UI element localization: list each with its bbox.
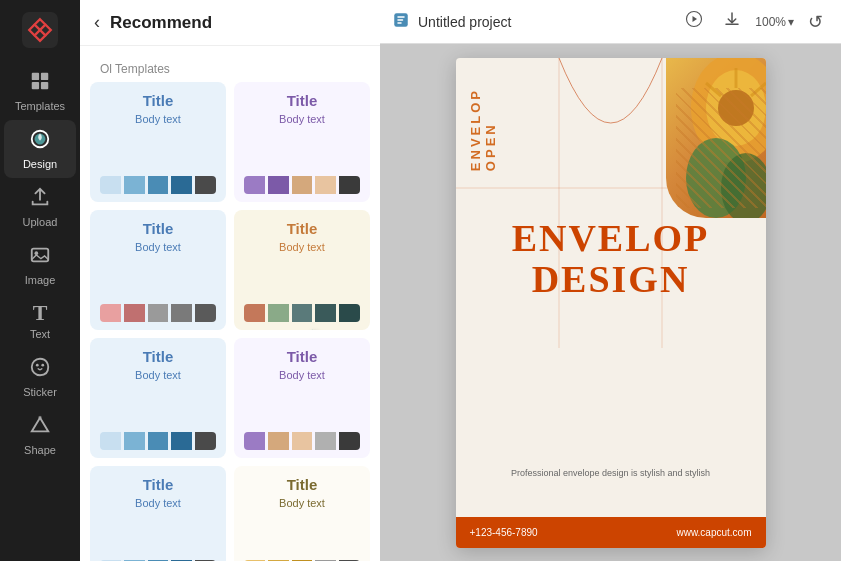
topbar-actions: 100% ▾ ↺ (679, 8, 829, 35)
card-2-title: Title (244, 92, 360, 109)
card-6-title: Title (244, 348, 360, 365)
preview-main-title: ENVELOP DESIGN (456, 218, 766, 302)
sidebar-item-text[interactable]: T Text (4, 294, 76, 348)
upload-icon (29, 186, 51, 212)
card-1-title: Title (100, 92, 216, 109)
svg-rect-2 (41, 73, 48, 80)
sidebar-item-upload[interactable]: Upload (4, 178, 76, 236)
download-button[interactable] (717, 8, 747, 35)
svg-point-30 (721, 153, 766, 218)
card-4-title: Title (244, 220, 360, 237)
template-card-7[interactable]: Title Body text (90, 466, 226, 561)
swatch (292, 432, 313, 450)
template-card-5[interactable]: Title Body text (90, 338, 226, 458)
back-button[interactable]: ‹ (92, 10, 102, 35)
swatch (100, 304, 121, 322)
text-icon: T (33, 302, 48, 324)
card-4-body: Body text (244, 241, 360, 253)
sidebar-image-label: Image (25, 274, 56, 286)
preview-bottom-bar: +123-456-7890 www.capcut.com (456, 517, 766, 548)
sidebar-upload-label: Upload (23, 216, 58, 228)
panel-grid-area: Ol Templates Title Body text Title Body … (80, 46, 380, 561)
template-card-2[interactable]: Title Body text (234, 82, 370, 202)
preview-subtitle-container: Professional envelope design is stylish … (456, 468, 766, 478)
swatch (244, 432, 265, 450)
swatch (124, 304, 145, 322)
sticker-icon (29, 356, 51, 382)
swatch (268, 432, 289, 450)
card-5-body: Body text (100, 369, 216, 381)
swatch (292, 304, 313, 322)
template-card-8[interactable]: Title Body text (234, 466, 370, 561)
sidebar-item-sticker[interactable]: Sticker (4, 348, 76, 406)
svg-point-10 (38, 416, 42, 420)
card-8-body: Body text (244, 497, 360, 509)
template-card-4[interactable]: Title Body text (234, 210, 370, 330)
swatch (148, 304, 169, 322)
svg-rect-3 (32, 82, 39, 89)
sidebar-shape-label: Shape (24, 444, 56, 456)
svg-rect-4 (41, 82, 48, 89)
svg-rect-6 (32, 249, 49, 262)
svg-rect-12 (397, 16, 405, 18)
sidebar-sticker-label: Sticker (23, 386, 57, 398)
panel-title: Recommend (110, 13, 212, 33)
svg-marker-16 (693, 16, 698, 22)
preview-title-line2: DESIGN (456, 259, 766, 301)
swatch (100, 176, 121, 194)
sidebar-item-shape[interactable]: Shape (4, 406, 76, 464)
play-button[interactable] (679, 8, 709, 35)
editor-canvas: Backg... Remove (380, 44, 841, 561)
card-1-body: Body text (100, 113, 216, 125)
template-card-3[interactable]: Title Body text (90, 210, 226, 330)
card-3-title: Title (100, 220, 216, 237)
sidebar-item-design[interactable]: Design (4, 120, 76, 178)
panel-header: ‹ Recommend (80, 0, 380, 46)
swatch (171, 432, 192, 450)
app-logo (20, 10, 60, 50)
sidebar-text-label: Text (30, 328, 50, 340)
template-card-1[interactable]: Title Body text (90, 82, 226, 202)
card-3-palette (100, 304, 216, 322)
card-6-palette (244, 432, 360, 450)
svg-point-8 (36, 364, 39, 367)
sidebar: Templates Design Upload (0, 0, 80, 561)
sidebar-design-label: Design (23, 158, 57, 170)
card-8-title: Title (244, 476, 360, 493)
card-2-palette (244, 176, 360, 194)
swatch (124, 176, 145, 194)
design-icon (29, 128, 51, 154)
swatch (315, 176, 336, 194)
template-card-6[interactable]: Title Body text (234, 338, 370, 458)
undo-button[interactable]: ↺ (802, 9, 829, 35)
card-4-palette (244, 304, 360, 322)
swatch (171, 176, 192, 194)
preview-phone: +123-456-7890 (470, 527, 538, 538)
preview-subtitle: Professional envelope design is stylish … (476, 468, 746, 478)
project-icon (392, 11, 410, 33)
preview-title-line1: ENVELOP (456, 218, 766, 260)
swatch (100, 432, 121, 450)
swatch (148, 176, 169, 194)
card-5-title: Title (100, 348, 216, 365)
sidebar-item-image[interactable]: Image (4, 236, 76, 294)
swatch (195, 304, 216, 322)
card-7-title: Title (100, 476, 216, 493)
sidebar-templates-label: Templates (15, 100, 65, 112)
card-3-body: Body text (100, 241, 216, 253)
svg-rect-14 (397, 22, 402, 24)
swatch (171, 304, 192, 322)
project-name: Untitled project (418, 14, 671, 30)
preview-corner-image (666, 58, 766, 218)
svg-point-29 (686, 138, 746, 218)
editor-topbar: Untitled project 100% ▾ ↺ (380, 0, 841, 44)
svg-point-9 (41, 364, 44, 367)
zoom-control[interactable]: 100% ▾ (755, 15, 794, 29)
canvas-background: ENVELOPOPEN (380, 44, 841, 561)
svg-rect-13 (397, 19, 403, 21)
template-grid: Title Body text Title Body text (90, 82, 370, 561)
swatch (339, 176, 360, 194)
swatch (195, 176, 216, 194)
swatch (244, 176, 265, 194)
sidebar-item-templates[interactable]: Templates (4, 62, 76, 120)
